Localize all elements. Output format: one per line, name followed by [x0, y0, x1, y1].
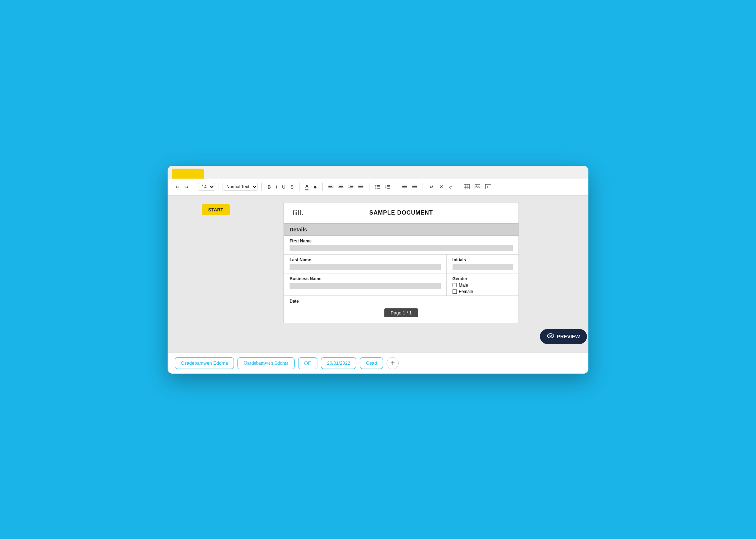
- align-right-button[interactable]: [346, 183, 356, 191]
- svg-rect-36: [413, 189, 417, 189]
- link-button[interactable]: [426, 183, 436, 191]
- bold-button[interactable]: B: [265, 183, 273, 191]
- align-justify-button[interactable]: [356, 183, 366, 191]
- italic-button[interactable]: I: [274, 183, 279, 191]
- doc-row-date: Date: [284, 296, 519, 307]
- svg-rect-21: [377, 188, 380, 189]
- undo-redo-group: ↩ ↪: [173, 183, 190, 191]
- format-group: B I U S: [265, 183, 296, 191]
- highlight-button[interactable]: ◆: [311, 183, 319, 191]
- divider-2: [219, 183, 219, 191]
- redo-button[interactable]: ↪: [182, 183, 190, 191]
- align-left-button[interactable]: [326, 183, 336, 191]
- doc-title: SAMPLE DOCUMENT: [369, 210, 433, 216]
- highlight-icon: ◆: [313, 184, 317, 189]
- eye-icon: [547, 333, 554, 340]
- svg-rect-19: [377, 186, 380, 187]
- business-input[interactable]: [290, 283, 441, 289]
- firstname-input[interactable]: [290, 245, 513, 251]
- divider-1: [194, 183, 194, 191]
- svg-rect-4: [338, 185, 343, 185]
- svg-rect-1: [328, 186, 332, 187]
- svg-rect-14: [358, 188, 363, 188]
- fill-chip-signature[interactable]: Osadebamwen Edoma: [237, 357, 295, 369]
- svg-rect-28: [402, 185, 407, 185]
- doc-section-header: Details: [284, 223, 519, 236]
- initials-input[interactable]: [453, 264, 513, 270]
- align-center-icon: [338, 184, 343, 189]
- firstname-label: First Name: [290, 238, 513, 243]
- browser-window: ↩ ↪ 14 10 12 16 18 Normal Text Heading 1…: [168, 166, 588, 374]
- indent-increase-button[interactable]: [410, 183, 419, 191]
- bullet-list-button[interactable]: [373, 183, 382, 191]
- divider-4: [299, 183, 300, 191]
- underline-button[interactable]: U: [280, 183, 287, 191]
- svg-rect-27: [387, 188, 390, 189]
- font-size-select[interactable]: 14 10 12 16 18: [198, 183, 215, 191]
- svg-rect-13: [358, 186, 363, 187]
- fill-chip-partial[interactable]: Osad: [360, 357, 383, 369]
- doc-row-firstname: First Name: [284, 236, 519, 255]
- business-label: Business Name: [290, 276, 441, 281]
- textbox-icon: T: [485, 184, 491, 189]
- preview-button[interactable]: PREVIEW: [540, 329, 587, 344]
- align-left-icon: [328, 184, 333, 189]
- svg-rect-30: [402, 188, 407, 188]
- table-button[interactable]: [462, 183, 472, 191]
- doc-header: fill. SAMPLE DOCUMENT: [284, 202, 519, 223]
- undo-button[interactable]: ↩: [173, 183, 182, 191]
- font-size-group: 14 10 12 16 18: [198, 183, 215, 191]
- fill-chip-initials[interactable]: OE: [298, 357, 317, 369]
- divider-5: [322, 183, 323, 191]
- svg-rect-34: [413, 186, 417, 187]
- align-right-icon: [348, 184, 353, 189]
- text-style-select[interactable]: Normal Text Heading 1 Heading 2: [223, 183, 258, 191]
- svg-rect-3: [328, 189, 331, 189]
- page-indicator: Page 1 / 1: [384, 308, 418, 317]
- svg-text:T: T: [486, 185, 489, 189]
- browser-tab[interactable]: [172, 169, 204, 179]
- fill-bar: Osadebamwen Edoma Osadebamwen Edoma OE 2…: [168, 353, 588, 374]
- align-center-button[interactable]: [336, 183, 346, 191]
- font-color-a: A: [305, 184, 308, 190]
- gender-label: Gender: [453, 276, 513, 281]
- initials-label: Initials: [453, 257, 513, 262]
- svg-point-18: [376, 186, 377, 188]
- svg-rect-11: [351, 189, 353, 189]
- gender-male-label: Male: [459, 283, 468, 288]
- gender-female-item[interactable]: Female: [453, 289, 513, 294]
- svg-rect-31: [403, 189, 407, 189]
- strikethrough-button[interactable]: S: [288, 183, 296, 191]
- doc-cell-firstname: First Name: [284, 236, 519, 254]
- divider-7: [396, 183, 396, 191]
- svg-rect-6: [338, 188, 343, 188]
- doc-row-lastname-initials: Last Name Initials: [284, 255, 519, 273]
- svg-rect-7: [339, 189, 342, 189]
- start-badge[interactable]: START: [202, 204, 230, 215]
- svg-rect-23: [387, 185, 390, 186]
- textbox-button[interactable]: T: [483, 183, 493, 191]
- clear-format-button[interactable]: ✕: [437, 183, 446, 191]
- svg-point-20: [376, 188, 377, 189]
- fill-add-button[interactable]: +: [387, 357, 399, 369]
- svg-point-16: [376, 185, 377, 186]
- svg-point-49: [550, 335, 551, 336]
- doc-logo: fill.: [292, 208, 303, 217]
- svg-rect-10: [348, 188, 353, 188]
- lastname-input[interactable]: [290, 264, 441, 270]
- indent-decrease-button[interactable]: [400, 183, 409, 191]
- gender-male-item[interactable]: Male: [453, 283, 513, 288]
- svg-rect-12: [358, 185, 363, 185]
- numbered-list-button[interactable]: 1.2.3.: [383, 183, 392, 191]
- fill-chip-date[interactable]: 26/01/2022: [321, 357, 356, 369]
- gender-male-checkbox[interactable]: [453, 283, 457, 287]
- main-area: START fill. SAMPLE DOCUMENT Details Firs…: [168, 196, 588, 353]
- table-icon: [464, 184, 470, 189]
- style-group: Normal Text Heading 1 Heading 2: [223, 183, 258, 191]
- font-color-button[interactable]: A: [303, 182, 311, 192]
- superscript-button[interactable]: x2: [446, 183, 454, 191]
- fill-chip-name[interactable]: Osadebamwen Edoma: [175, 357, 234, 369]
- gender-female-checkbox[interactable]: [453, 289, 457, 294]
- image-button[interactable]: [472, 183, 482, 191]
- left-panel: START: [168, 196, 264, 353]
